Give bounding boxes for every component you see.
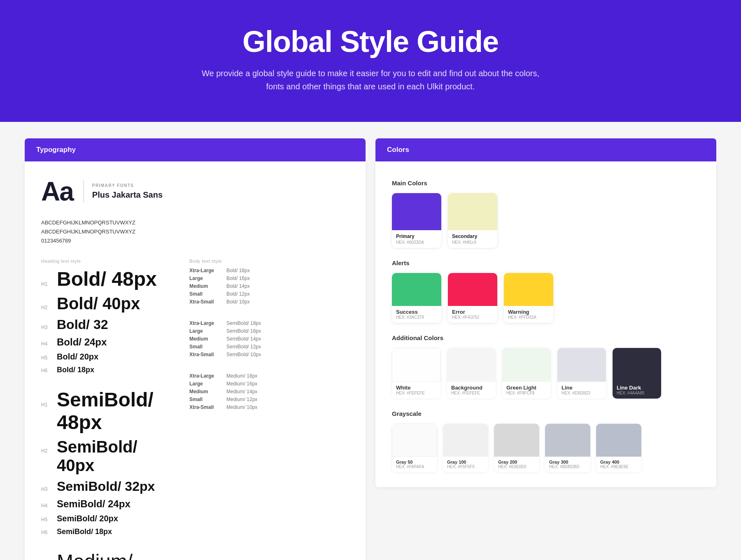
color-swatch-line: Line HEX: #E8E8ED — [557, 348, 606, 399]
font-info: PRIMARY FONTS Plus Jakarta Sans — [92, 183, 163, 200]
alerts-title: Alerts — [392, 259, 700, 266]
typography-columns: Heading text style H1 Bold/ 48px H2 Bold… — [41, 259, 349, 560]
main-colors-title: Main Colors — [392, 180, 700, 187]
alphabet-row-2: ABCDEFGHIJKLMNOPQRSTUVWXYZ — [41, 227, 349, 236]
body-medium-xtra-small: Xtra-Small Medium/ 10px — [189, 404, 349, 410]
color-swatch-secondary: Secondary HEX: #f4f1c9 — [448, 193, 497, 248]
heading-row-h5-bold: H5 Bold/ 20px — [41, 352, 173, 362]
heading-row-h5-semi: H5 SemiBold/ 20px — [41, 514, 173, 523]
grayscale-swatches: Gray 50 HEX: #FAFAFA Gray 100 HEX: #F5F5… — [392, 424, 700, 472]
heading-text-style-column: Heading text style H1 Bold/ 48px H2 Bold… — [41, 259, 173, 560]
numbers-row: 0123456789 — [41, 236, 349, 245]
body-semibold-medium: Medium SemiBold/ 14px — [189, 336, 349, 342]
body-bold-xtra-small: Xtra-Small Bold/ 10px — [189, 299, 349, 305]
font-aa-display: Aa — [41, 176, 73, 207]
body-bold-xtra-large: Xtra-Large Bold/ 18px — [189, 268, 349, 273]
colors-panel-body: Main Colors Primary HEX: #6033DA Seconda… — [375, 161, 716, 487]
colors-panel-header: Colors — [375, 138, 716, 161]
body-medium-small: Small Medium/ 12px — [189, 397, 349, 402]
colors-panel: Colors Main Colors Primary HEX: #6033DA — [375, 138, 716, 487]
page-subtitle: We provide a global style guide to make … — [193, 67, 548, 93]
heading-row-h2-semi: H2 SemiBold/ 40px — [41, 438, 173, 475]
heading-section-label: Heading text style — [41, 259, 173, 264]
body-medium-medium: Medium Medium/ 14px — [189, 389, 349, 394]
typography-panel-body: Aa PRIMARY FONTS Plus Jakarta Sans ABCDE… — [25, 161, 366, 560]
heading-row-h2-bold: H2 Bold/ 40px — [41, 294, 173, 313]
body-text-style-column: Body text style Xtra-Large Bold/ 18px La… — [189, 259, 349, 560]
heading-row-h3-bold: H3 Bold/ 32 — [41, 317, 173, 332]
page-title: Global Style Guide — [16, 25, 725, 58]
font-sample: Aa PRIMARY FONTS Plus Jakarta Sans — [41, 176, 349, 207]
color-swatch-error: Error HEX: #F41F52 — [448, 273, 497, 323]
main-colors-section: Main Colors Primary HEX: #6033DA Seconda… — [392, 180, 700, 248]
font-name: Plus Jakarta Sans — [92, 190, 163, 200]
medium-headings-group: H1 Medium/ 48px — [41, 550, 173, 560]
color-swatch-success: Success HEX: #3AC379 — [392, 273, 441, 323]
body-semibold-small: Small SemiBold/ 12px — [189, 344, 349, 350]
heading-row-h3-semi: H3 SemiBold/ 32px — [41, 479, 173, 494]
heading-row-h1-medium: H1 Medium/ 48px — [41, 550, 173, 560]
bold-headings-group: H1 Bold/ 48px H2 Bold/ 40px H3 Bold/ 32 — [41, 268, 173, 374]
additional-title: Additional Colors — [392, 334, 700, 341]
color-swatch-green-light: Green Light HEX: #F8FCF8 — [502, 348, 551, 399]
body-medium-xtra-large: Xtra-Large Medium/ 18px — [189, 373, 349, 379]
alerts-swatches: Success HEX: #3AC379 Error HEX: #F41F52 — [392, 273, 700, 323]
heading-row-h6-bold: H6 Bold/ 18px — [41, 366, 173, 374]
body-bold-section: Xtra-Large Bold/ 18px Large Bold/ 16px M… — [189, 268, 349, 305]
body-section-label: Body text style — [189, 259, 349, 264]
color-swatch-background: Background HEX: #FEFEFE — [447, 348, 496, 399]
heading-row-h6-semi: H6 SemiBold/ 18px — [41, 527, 173, 536]
body-bold-small: Small Bold/ 12px — [189, 291, 349, 297]
body-semibold-xtra-small: Xtra-Small SemiBold/ 10px — [189, 352, 349, 357]
color-swatch-white: White HEX: #FEFEFE — [392, 348, 440, 399]
alphabet-row-1: ABCDEFGHIJKLMNOPQRSTUVWXYZ — [41, 218, 349, 227]
heading-row-h1-semi: H1 SemiBold/ 48px — [41, 388, 173, 434]
font-divider — [83, 180, 84, 203]
typography-title: Typography — [36, 146, 76, 154]
body-medium-section: Xtra-Large Medium/ 18px Large Medium/ 16… — [189, 373, 349, 410]
colors-title: Colors — [387, 146, 409, 154]
color-swatch-gray-300: Gray 300 HEX: #BDBDBD — [545, 424, 590, 472]
additional-swatches: White HEX: #FEFEFE Background HEX: #FEFE… — [392, 348, 700, 399]
grayscale-title: Grayscale — [392, 410, 700, 417]
heading-row-h1-bold: H1 Bold/ 48px — [41, 268, 173, 290]
color-swatch-line-dark: Line Dark HEX: #4A4A85 — [613, 348, 661, 399]
main-content: Typography Aa PRIMARY FONTS Plus Jakarta… — [0, 122, 741, 560]
body-bold-large: Large Bold/ 16px — [189, 275, 349, 281]
heading-row-h4-bold: H4 Bold/ 24px — [41, 336, 173, 348]
color-swatch-gray-400: Gray 400 HEX: #9E9E9E — [596, 424, 641, 472]
body-medium-large: Large Medium/ 16px — [189, 381, 349, 387]
typography-panel-header: Typography — [25, 138, 366, 161]
semibold-headings-group: H1 SemiBold/ 48px H2 SemiBold/ 40px H3 S… — [41, 388, 173, 536]
color-swatch-warning: Warning HEX: #FFD32A — [504, 273, 553, 323]
color-swatch-gray-50: Gray 50 HEX: #FAFAFA — [392, 424, 437, 472]
primary-fonts-label: PRIMARY FONTS — [92, 183, 163, 188]
color-swatch-gray-100: Gray 100 HEX: #F5F5F5 — [443, 424, 488, 472]
color-swatch-primary: Primary HEX: #6033DA — [392, 193, 441, 248]
body-semibold-large: Large SemiBold/ 16px — [189, 328, 349, 334]
typography-panel: Typography Aa PRIMARY FONTS Plus Jakarta… — [25, 138, 366, 560]
heading-row-h4-semi: H4 SemiBold/ 24px — [41, 498, 173, 510]
alerts-section: Alerts Success HEX: #3AC379 Error H — [392, 259, 700, 323]
hero-section: Global Style Guide We provide a global s… — [0, 0, 741, 122]
alphabet-block: ABCDEFGHIJKLMNOPQRSTUVWXYZ ABCDEFGHIJKLM… — [41, 218, 349, 245]
additional-colors-section: Additional Colors White HEX: #FEFEFE Bac… — [392, 334, 700, 399]
body-semibold-section: Xtra-Large SemiBold/ 18px Large SemiBold… — [189, 320, 349, 357]
color-swatch-gray-200: Gray 200 HEX: #E0E0E0 — [494, 424, 539, 472]
grayscale-section: Grayscale Gray 50 HEX: #FAFAFA Gray 100 — [392, 410, 700, 472]
body-bold-medium: Medium Bold/ 14px — [189, 283, 349, 289]
main-colors-swatches: Primary HEX: #6033DA Secondary HEX: #f4f… — [392, 193, 700, 248]
body-semibold-xtra-large: Xtra-Large SemiBold/ 18px — [189, 320, 349, 326]
